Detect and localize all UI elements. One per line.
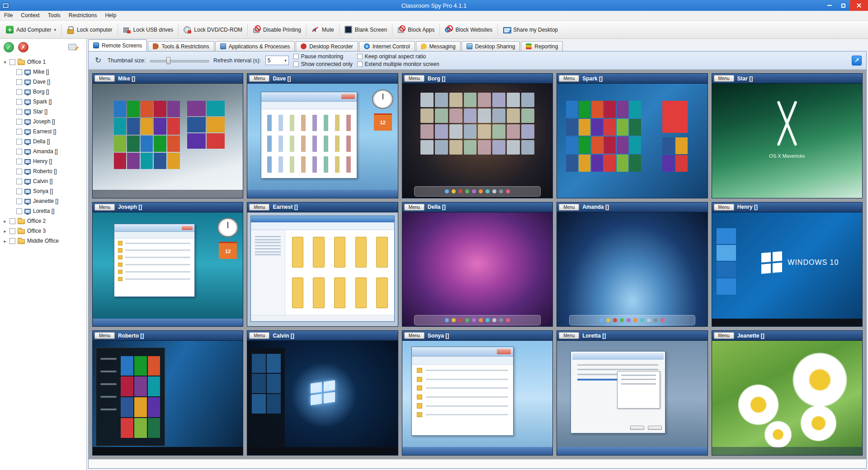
computer-checkbox[interactable] [16, 129, 22, 135]
screen-menu-button[interactable]: Menu [559, 204, 579, 211]
minimize-button[interactable] [823, 0, 836, 11]
tree-group-office-3[interactable]: ▸Office 3 [0, 226, 86, 236]
screen-menu-button[interactable]: Menu [404, 204, 425, 211]
screen-menu-button[interactable]: Menu [94, 332, 115, 339]
menu-help[interactable]: Help [101, 11, 120, 20]
tab-messaging[interactable]: Messaging [416, 41, 461, 51]
block-apps-button[interactable]: Block Apps [393, 24, 439, 36]
computer-checkbox[interactable] [16, 139, 22, 145]
checkbox-box[interactable] [293, 54, 299, 59]
screen-menu-button[interactable]: Menu [249, 332, 269, 339]
checkbox-box[interactable] [357, 54, 363, 59]
screen-thumbnail[interactable] [402, 212, 552, 327]
tab-reporting[interactable]: Reporting [521, 41, 563, 51]
screen-thumbnail[interactable] [557, 212, 707, 327]
tree-item-borg[interactable]: Borg [] [0, 87, 86, 97]
checkbox-box[interactable] [357, 61, 363, 67]
menu-context[interactable]: Context [17, 11, 43, 20]
checkbox-box[interactable] [293, 61, 299, 67]
screen-thumbnail[interactable] [402, 340, 552, 455]
computer-checkbox[interactable] [16, 149, 22, 155]
screen-thumbnail[interactable]: 12 [93, 212, 243, 327]
tab-applications-processes[interactable]: Applications & Processes [215, 41, 295, 51]
screen-thumbnail[interactable]: 12 [247, 83, 397, 198]
computer-checkbox[interactable] [16, 99, 22, 105]
group-checkbox[interactable] [9, 59, 15, 65]
screen-menu-button[interactable]: Menu [249, 204, 269, 211]
add-computer-button[interactable]: Add Computer▾ [2, 24, 60, 36]
screen-thumbnail[interactable] [402, 83, 552, 198]
tree-item-dave[interactable]: Dave [] [0, 77, 86, 87]
tree-item-mike[interactable]: Mike [] [0, 67, 86, 77]
screen-thumbnail[interactable] [93, 83, 243, 198]
tree-item-earnest[interactable]: Earnest [] [0, 127, 86, 136]
refresh-icon[interactable]: ↻ [93, 56, 103, 65]
block-websites-button[interactable]: Block Websites [441, 24, 496, 36]
disable-printing-button[interactable]: Disable Printing [249, 24, 305, 36]
menu-file[interactable]: File [0, 11, 17, 20]
screen-thumbnail[interactable] [247, 212, 397, 327]
thumbnail-size-slider[interactable] [150, 56, 209, 65]
checkbox-extend-multiple-monitor-screen[interactable]: Extend multiple monitor screen [357, 61, 439, 67]
screen-menu-button[interactable]: Menu [404, 332, 425, 339]
tree-item-roberto[interactable]: Roberto [] [0, 166, 86, 176]
checkbox-keep-original-aspect-ratio[interactable]: Keep original aspect ratio [357, 53, 439, 60]
disconnect-button[interactable]: ✗ [18, 42, 28, 52]
computer-checkbox[interactable] [16, 89, 22, 95]
group-checkbox[interactable] [9, 228, 15, 234]
tab-tools-restrictions[interactable]: Tools & Restrictions [148, 41, 214, 51]
mute-button[interactable]: Mute [307, 24, 338, 36]
tree-item-amanda[interactable]: Amanda [] [0, 146, 86, 156]
tree-item-calvin[interactable]: Calvin [] [0, 176, 86, 186]
screen-thumbnail[interactable] [557, 340, 707, 455]
lock-usb-drives-button[interactable]: Lock USB drives [119, 24, 178, 36]
computer-checkbox[interactable] [16, 169, 22, 174]
tree-item-jeanette[interactable]: Jeanette [] [0, 196, 86, 206]
tree-group-middle-office[interactable]: ▸Middle Office [0, 236, 86, 246]
tree-item-loretta[interactable]: Loretta [] [0, 206, 86, 216]
checkbox-show-connected-only[interactable]: Show connected only [293, 61, 353, 67]
screen-menu-button[interactable]: Menu [559, 75, 579, 82]
slider-thumb[interactable] [166, 57, 170, 64]
edit-computers-icon[interactable] [68, 44, 76, 50]
screen-menu-button[interactable]: Menu [714, 204, 734, 211]
screen-menu-button[interactable]: Menu [249, 75, 269, 82]
computer-checkbox[interactable] [16, 109, 22, 115]
group-checkbox[interactable] [9, 218, 15, 224]
lock-dvd-cd-rom-button[interactable]: Lock DVD/CD-ROM [179, 24, 246, 36]
screen-menu-button[interactable]: Menu [404, 75, 425, 82]
computer-checkbox[interactable] [16, 79, 22, 85]
computer-checkbox[interactable] [16, 119, 22, 125]
computer-checkbox[interactable] [16, 208, 22, 214]
menu-tools[interactable]: Tools [44, 11, 65, 20]
screen-menu-button[interactable]: Menu [94, 75, 115, 82]
share-my-desktop-button[interactable]: Share my Desktop [499, 24, 562, 36]
refresh-interval-select[interactable]: 5 ▾ [265, 56, 289, 65]
screen-menu-button[interactable]: Menu [714, 75, 734, 82]
screen-thumbnail[interactable]: WINDOWS 10 [712, 212, 862, 327]
tree-item-joseph[interactable]: Joseph [] [0, 117, 86, 127]
checkbox-pause-monitoring[interactable]: Pause monitoring [293, 53, 353, 60]
maximize-button[interactable] [836, 0, 850, 11]
screen-thumbnail[interactable] [557, 83, 707, 198]
fullscreen-icon[interactable]: ↗ [852, 56, 862, 66]
computer-checkbox[interactable] [16, 159, 22, 164]
tab-internet-control[interactable]: Internet Control [359, 41, 415, 51]
computer-checkbox[interactable] [16, 69, 22, 75]
screen-thumbnail[interactable] [712, 340, 862, 455]
tab-desktop-sharing[interactable]: Desktop Sharing [462, 41, 520, 51]
screen-menu-button[interactable]: Menu [559, 332, 579, 339]
screen-menu-button[interactable]: Menu [94, 204, 115, 211]
tree-item-spark[interactable]: Spark [] [0, 97, 86, 107]
tree-item-sonya[interactable]: Sonya [] [0, 186, 86, 196]
computer-checkbox[interactable] [16, 188, 22, 194]
menu-restrictions[interactable]: Restrictions [65, 11, 101, 20]
tree-group-office-2[interactable]: ▸Office 2 [0, 216, 86, 226]
screen-thumbnail[interactable] [247, 340, 397, 455]
blank-screen-button[interactable]: Blank Screen [340, 24, 391, 36]
tree-item-henry[interactable]: Henry [] [0, 156, 86, 166]
lock-computer-button[interactable]: Lock computer [62, 24, 117, 36]
screen-thumbnail[interactable] [93, 340, 243, 455]
connect-button[interactable]: ✓ [4, 42, 14, 52]
screen-thumbnail[interactable]: OS X Mavericks [712, 83, 862, 198]
